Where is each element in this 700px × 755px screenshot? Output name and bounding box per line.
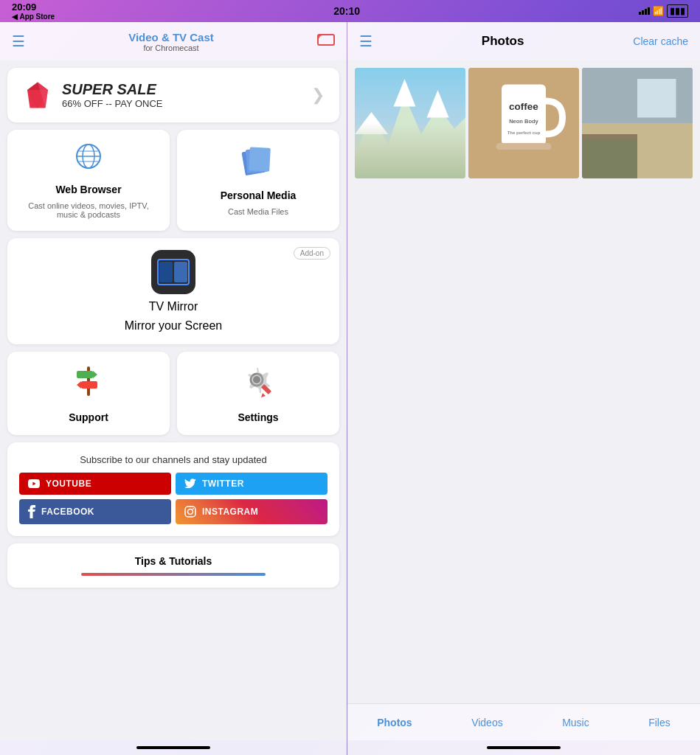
support-card[interactable]: Support [7,352,170,435]
svg-rect-32 [502,85,546,146]
svg-point-20 [253,376,260,383]
personal-media-sub: Cast Media Files [228,207,288,216]
sale-subtitle: 66% OFF -- PAY ONCE [62,98,163,109]
facebook-label: FACEBOOK [41,507,94,517]
personal-media-icon [240,142,276,184]
photo-coffee[interactable]: coffee Neon Body The perfect cup [468,68,579,178]
battery-icon-right: ▮▮▮ [667,4,688,18]
status-left: 20:09 ◀ App Store [12,1,55,21]
app-title: Video & TV Cast [128,31,214,44]
svg-marker-42 [582,140,637,179]
svg-rect-23 [185,507,195,517]
web-browser-sub: Cast online videos, movies, IPTV, music … [19,201,158,219]
facebook-button[interactable]: FACEBOOK [19,499,171,524]
svg-text:Neon Body: Neon Body [509,118,538,125]
personal-media-card[interactable]: Personal Media Cast Media Files [177,130,339,231]
twitter-label: TWITTER [202,479,244,489]
web-browser-title: Web Browser [55,184,121,195]
svg-rect-26 [355,68,465,178]
sale-card[interactable]: SUPER SALE 66% OFF -- PAY ONCE ❯ [7,68,339,122]
svg-rect-15 [77,371,93,378]
instagram-button[interactable]: INSTAGRAM [176,499,328,524]
svg-rect-40 [637,79,676,118]
menu-icon-left[interactable]: ☰ [12,32,25,50]
support-icon [71,363,106,406]
svg-text:coffee: coffee [509,101,538,112]
svg-point-25 [193,508,194,509]
photos-grid: coffee Neon Body The perfect cup [355,68,693,178]
svg-rect-17 [81,381,97,389]
sale-text: SUPER SALE 66% OFF -- PAY ONCE [62,81,163,109]
tv-mirror-icon [151,250,195,294]
svg-rect-36 [496,143,552,150]
tv-split-left [159,262,173,282]
cast-button[interactable] [317,32,335,51]
tips-bar [81,573,266,576]
status-center: 20:10 [333,5,360,17]
addon-badge: Add-on [294,247,330,260]
wifi-icon-right: 📶 [653,6,664,16]
tv-mirror-inner [157,259,190,285]
web-browser-icon [74,142,103,178]
settings-icon [240,363,276,406]
support-title: Support [69,411,108,423]
menu-icon-right[interactable]: ☰ [359,32,372,50]
settings-card[interactable]: Settings [177,352,339,435]
right-tabs: Photos Videos Music Files [347,703,700,740]
photo-room[interactable] [582,68,693,178]
svg-rect-13 [249,147,271,171]
photos-title: Photos [482,34,524,49]
sale-left: SUPER SALE 66% OFF -- PAY ONCE [22,80,163,111]
svg-rect-0 [318,35,334,45]
svg-text:The perfect cup: The perfect cup [507,131,541,135]
subscribe-card: Subscribe to our channels and stay updat… [7,442,339,536]
tips-title: Tips & Tutorials [19,555,328,567]
tv-mirror-card[interactable]: Add-on TV Mirror Mirror your Screen [7,238,339,344]
right-header: ☰ Photos Clear cache [347,22,700,60]
left-header: ☰ Video & TV Cast for Chromecast [0,22,347,60]
settings-title: Settings [238,411,278,423]
svg-marker-16 [93,371,97,378]
tab-music[interactable]: Music [550,711,601,734]
left-content: SUPER SALE 66% OFF -- PAY ONCE ❯ [0,60,347,740]
feature-grid-row-1: Web Browser Cast online videos, movies, … [7,130,339,231]
home-indicator-left [136,746,210,749]
signal-bars-right [639,7,650,15]
tab-files[interactable]: Files [637,711,682,734]
app-sub: for Chromecast [128,44,214,52]
feature-grid-row-2: Support Settings [7,352,339,435]
left-panel: ☰ Video & TV Cast for Chromecast [0,22,347,755]
sale-title: SUPER SALE [62,81,163,98]
svg-marker-18 [77,381,81,389]
tab-photos[interactable]: Photos [365,711,423,734]
panels: ☰ Video & TV Cast for Chromecast [0,22,700,755]
tab-videos[interactable]: Videos [460,711,515,734]
clear-cache-button[interactable]: Clear cache [633,35,688,47]
app-title-block: Video & TV Cast for Chromecast [128,31,214,52]
photo-mountains[interactable] [355,68,465,178]
youtube-button[interactable]: YOUTUBE [19,473,171,495]
twitter-button[interactable]: TWITTER [176,473,328,495]
tv-mirror-title: TV Mirror [149,300,198,313]
right-panel: ☰ Photos Clear cache [347,22,700,755]
youtube-label: YOUTUBE [46,479,91,489]
svg-point-24 [188,509,193,515]
back-link[interactable]: ◀ App Store [12,13,55,21]
tips-card[interactable]: Tips & Tutorials [7,543,339,588]
chevron-right-icon: ❯ [311,86,325,105]
personal-media-title: Personal Media [221,189,297,201]
status-bar: 20:09 ◀ App Store 20:10 📶 ▮▮▮ [0,0,700,22]
time-left: 20:09 [12,1,36,13]
status-right: 📶 ▮▮▮ [639,4,688,18]
web-browser-card[interactable]: Web Browser Cast online videos, movies, … [7,130,170,231]
subscribe-title: Subscribe to our channels and stay updat… [19,454,328,465]
home-indicator-right [487,746,561,749]
tv-split-right [174,262,187,282]
tv-mirror-sub: Mirror your Screen [125,319,222,333]
instagram-label: INSTAGRAM [202,507,258,517]
left-bottom-bar [0,740,347,755]
time-center: 20:10 [333,5,360,17]
svg-marker-22 [261,393,266,397]
right-content: coffee Neon Body The perfect cup [347,60,700,703]
social-grid: YOUTUBE TWITTER FACEBOOK INSTAGRAM [19,473,328,524]
